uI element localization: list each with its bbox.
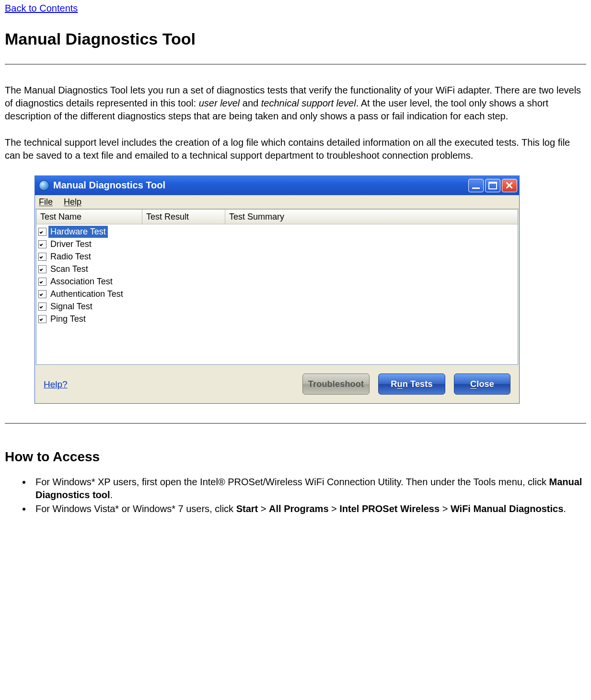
- troubleshoot-button[interactable]: Troubleshoot: [302, 373, 370, 395]
- test-row[interactable]: Signal Test: [36, 300, 518, 313]
- minimize-button[interactable]: [468, 179, 484, 192]
- maximize-button[interactable]: [485, 179, 500, 192]
- app-icon: [39, 180, 49, 191]
- text: .: [110, 490, 113, 500]
- run-tests-button[interactable]: Run Tests: [378, 373, 445, 395]
- screenshot-figure: Manual Diagnostics Tool File Help Test N…: [5, 175, 586, 404]
- test-label: Signal Test: [48, 301, 94, 312]
- test-label: Hardware Test: [48, 226, 108, 237]
- text: For Windows* XP users, first open the In…: [35, 477, 549, 487]
- test-checkbox[interactable]: [38, 265, 46, 273]
- divider: [5, 423, 586, 424]
- test-label: Association Test: [48, 276, 115, 287]
- text-bold: WiFi Manual Diagnostics: [451, 503, 563, 514]
- back-to-contents-link[interactable]: Back to Contents: [5, 3, 78, 13]
- test-checkbox[interactable]: [38, 315, 46, 323]
- text: For Windows Vista* or Windows* 7 users, …: [35, 503, 236, 514]
- menubar: File Help: [35, 195, 519, 209]
- text: >: [440, 503, 451, 514]
- text-bold: Start: [236, 503, 258, 514]
- test-row[interactable]: Hardware Test: [36, 225, 518, 238]
- test-checkbox[interactable]: [38, 303, 46, 311]
- titlebar: Manual Diagnostics Tool: [35, 176, 519, 195]
- how-to-access-heading: How to Access: [5, 448, 586, 466]
- text-italic-user-level: user level: [199, 98, 240, 108]
- text: .: [563, 503, 566, 514]
- test-checkbox[interactable]: [38, 240, 46, 248]
- diagnostics-window: Manual Diagnostics Tool File Help Test N…: [35, 175, 520, 404]
- test-row[interactable]: Authentication Test: [36, 288, 518, 300]
- how-to-access-list: For Windows* XP users, first open the In…: [5, 476, 586, 515]
- column-header-result[interactable]: Test Result: [142, 210, 225, 224]
- test-row[interactable]: Scan Test: [36, 263, 518, 275]
- page-title: Manual Diagnostics Tool: [5, 28, 586, 50]
- test-label: Authentication Test: [48, 288, 125, 300]
- text-bold: Intel PROSet Wireless: [339, 503, 440, 514]
- test-checkbox[interactable]: [38, 228, 46, 236]
- help-link[interactable]: Help?: [44, 378, 68, 391]
- close-button[interactable]: Close: [454, 373, 510, 395]
- text: >: [258, 503, 269, 514]
- close-window-button[interactable]: [502, 179, 517, 192]
- intro-paragraph-2: The technical support level includes the…: [5, 136, 586, 162]
- test-listview: Test Name Test Result Test Summary Hardw…: [36, 209, 518, 365]
- test-checkbox[interactable]: [38, 290, 46, 298]
- test-label: Scan Test: [48, 263, 90, 275]
- test-row[interactable]: Radio Test: [36, 250, 518, 263]
- text: and: [240, 98, 261, 108]
- list-item: For Windows Vista* or Windows* 7 users, …: [32, 502, 586, 515]
- bottom-bar: Help? Troubleshoot Run Tests Close: [35, 365, 519, 403]
- window-title: Manual Diagnostics Tool: [53, 179, 165, 192]
- test-checkbox[interactable]: [38, 253, 46, 261]
- menu-help[interactable]: Help: [64, 196, 81, 208]
- list-item: For Windows* XP users, first open the In…: [32, 476, 586, 502]
- menu-file[interactable]: File: [39, 196, 53, 208]
- test-label: Radio Test: [48, 251, 93, 262]
- test-row[interactable]: Driver Test: [36, 238, 518, 250]
- intro-paragraph-1: The Manual Diagnostics Tool lets you run…: [5, 84, 586, 123]
- divider: [5, 64, 586, 65]
- text: >: [329, 503, 340, 514]
- list-body: Hardware TestDriver TestRadio TestScan T…: [36, 224, 518, 364]
- text-italic-tech-level: technical support level: [261, 98, 356, 108]
- test-row[interactable]: Association Test: [36, 275, 518, 288]
- column-header-name[interactable]: Test Name: [36, 210, 142, 224]
- column-header-summary[interactable]: Test Summary: [225, 210, 518, 224]
- list-header: Test Name Test Result Test Summary: [36, 210, 518, 224]
- text-bold: All Programs: [269, 503, 328, 514]
- test-label: Driver Test: [48, 238, 93, 250]
- test-checkbox[interactable]: [38, 278, 46, 286]
- test-row[interactable]: Ping Test: [36, 313, 518, 325]
- test-label: Ping Test: [48, 313, 88, 325]
